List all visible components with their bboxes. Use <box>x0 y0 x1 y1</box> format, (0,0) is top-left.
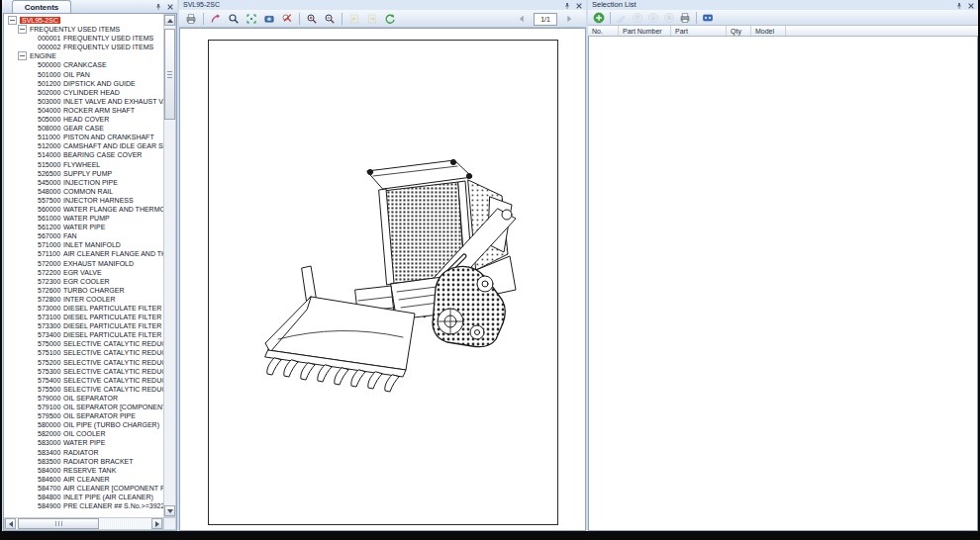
zoom-in-icon[interactable] <box>304 10 321 27</box>
tree-node[interactable]: 579500OIL SEPARATOR PIPE <box>4 411 163 420</box>
tree-node[interactable]: 575500SELECTIVE CATALYTIC REDUCTI <box>4 385 163 394</box>
tree-node[interactable]: 503000INLET VALVE AND EXHAUST VALV <box>4 97 163 106</box>
tree-node[interactable]: 573400DIESEL PARTICULATE FILTER DI <box>4 330 163 339</box>
print-icon[interactable] <box>678 10 693 25</box>
tree-node[interactable]: 572600TURBO CHARGER <box>4 286 163 295</box>
tree-node-label: HEAD COVER <box>63 116 109 123</box>
tree-node[interactable]: 573100DIESEL PARTICULATE FILTER MU <box>4 313 163 321</box>
tree-node[interactable]: 584800INLET PIPE (AIR CLEANER) <box>4 493 163 501</box>
hscroll-thumb[interactable] <box>18 518 99 529</box>
close-icon[interactable] <box>165 2 174 11</box>
add-icon[interactable] <box>592 10 607 25</box>
tree-node[interactable]: SVL95-2SC <box>4 16 163 25</box>
tree-node[interactable]: 584700AIR CLEANER [COMPONENT PAR <box>4 484 163 493</box>
scroll-down-icon[interactable] <box>164 505 175 516</box>
close-icon[interactable] <box>966 1 975 10</box>
tree-node[interactable]: 584000RESERVE TANK <box>4 466 163 475</box>
tree-node[interactable]: 514000BEARING CASE COVER <box>4 150 163 159</box>
tree-node[interactable]: 000002FREQUENTLY USED ITEMS <box>4 43 163 51</box>
tree-node[interactable]: 557500INJECTOR HARNESS <box>4 196 163 205</box>
column-header-part-number[interactable]: Part Number <box>619 26 671 36</box>
scroll-left-icon[interactable] <box>5 518 16 529</box>
tree-node[interactable]: 580000OIL PIPE (TURBO CHARGER) <box>4 420 163 429</box>
tree-node[interactable]: 572000EXHAUST MANIFOLD <box>4 259 163 268</box>
collapse-icon[interactable] <box>18 25 27 34</box>
tree-node[interactable]: 575000SELECTIVE CATALYTIC REDUCTI <box>4 339 163 348</box>
tree-node[interactable]: 561200WATER PIPE <box>4 223 163 231</box>
tree-node[interactable]: 579000OIL SEPARATOR <box>4 394 163 403</box>
collapse-icon[interactable] <box>18 51 27 60</box>
tree-node[interactable]: 583400RADIATOR <box>4 448 163 457</box>
tree-node[interactable]: 583500RADIATOR BRACKET <box>4 457 163 466</box>
cancel-zoom-icon[interactable] <box>279 10 296 27</box>
pan-icon[interactable] <box>208 10 225 27</box>
drawing-viewport[interactable] <box>179 28 586 531</box>
tree-node[interactable]: 572300EGR COOLER <box>4 277 163 286</box>
tree-node[interactable]: 500000CRANKCASE <box>4 60 163 69</box>
tree-node[interactable]: 501000OIL PAN <box>4 70 163 79</box>
tree-node[interactable]: 584900PRE CLEANER ## S.No.>=3922 <box>4 501 163 510</box>
tree-node[interactable]: 573300DIESEL PARTICULATE FILTER MU <box>4 321 163 330</box>
contents-hscrollbar[interactable] <box>4 517 163 530</box>
scroll-right-icon[interactable] <box>151 518 162 529</box>
tree-node[interactable]: 579100OIL SEPARATOR [COMPONENT P <box>4 403 163 411</box>
tree-node[interactable]: 572800INTER COOLER <box>4 295 163 304</box>
export-icon[interactable] <box>701 10 716 25</box>
tree-node-label: RADIATOR <box>63 449 99 456</box>
tree-node[interactable]: 000001FREQUENTLY USED ITEMS <box>4 34 163 43</box>
tree-node[interactable]: 575300SELECTIVE CATALYTIC REDUCTI <box>4 367 163 376</box>
tree-node[interactable]: 526500SUPPLY PUMP <box>4 169 163 178</box>
tree-node-label: INLET MANIFOLD <box>63 241 121 248</box>
zoom-dynamic-icon[interactable] <box>261 10 278 27</box>
refresh-icon[interactable] <box>382 10 399 27</box>
tree-node[interactable]: 501200DIPSTICK AND GUIDE <box>4 79 163 88</box>
tree-node[interactable]: 575200SELECTIVE CATALYTIC REDUCTI <box>4 358 163 367</box>
collapse-icon[interactable] <box>8 16 17 25</box>
tree-node[interactable]: 502000CYLINDER HEAD <box>4 88 163 97</box>
selection-list[interactable] <box>588 37 978 531</box>
vscroll-thumb[interactable] <box>164 29 175 120</box>
pin-icon[interactable] <box>954 1 963 10</box>
tree-node[interactable]: 545000INJECTION PIPE <box>4 178 163 187</box>
tree-node[interactable]: ENGINE <box>4 51 163 60</box>
previous-page-icon[interactable] <box>514 11 531 28</box>
tree-node[interactable]: 572200EGR VALVE <box>4 268 163 277</box>
pin-icon[interactable] <box>562 1 571 10</box>
fit-page-icon[interactable] <box>244 10 260 27</box>
page-indicator[interactable]: 1/1 <box>534 13 557 26</box>
tree-node[interactable]: 548000COMMON RAIL <box>4 187 163 196</box>
tree-node[interactable]: 571000INLET MANIFOLD <box>4 240 163 249</box>
zoom-window-icon[interactable] <box>226 10 243 27</box>
column-header-no[interactable]: No. <box>588 26 619 36</box>
contents-vscrollbar[interactable] <box>163 14 176 517</box>
tree-node[interactable]: 560000WATER FLANGE AND THERMOSTA <box>4 205 163 214</box>
pin-icon[interactable] <box>153 2 162 11</box>
tree-node[interactable]: FREQUENTLY USED ITEMS <box>4 25 163 34</box>
tree-node[interactable]: 575400SELECTIVE CATALYTIC REDUCTI <box>4 376 163 385</box>
tree-node[interactable]: 504000ROCKER ARM SHAFT <box>4 106 163 115</box>
next-page-icon[interactable] <box>561 11 578 28</box>
column-header-part[interactable]: Part <box>671 26 727 36</box>
tree-node[interactable]: 505000HEAD COVER <box>4 115 163 124</box>
tree-node-label: TURBO CHARGER <box>63 287 124 294</box>
close-icon[interactable] <box>574 1 583 10</box>
tree-node[interactable]: 573000DIESEL PARTICULATE FILTER MU <box>4 304 163 313</box>
tree-node[interactable]: 508000GEAR CASE <box>4 124 163 133</box>
column-header-model[interactable]: Model <box>751 26 786 36</box>
tree-node[interactable]: 582000OIL COOLER <box>4 429 163 438</box>
tree-node[interactable]: 571100AIR CLEANER FLANGE AND THRO <box>4 249 163 258</box>
print-icon[interactable] <box>183 10 200 27</box>
tree-node[interactable]: 583000WATER PIPE <box>4 438 163 447</box>
column-header-qty[interactable]: Qty <box>727 26 751 36</box>
tree-node[interactable]: 567000FAN <box>4 231 163 240</box>
scroll-up-icon[interactable] <box>164 15 175 26</box>
tree-node[interactable]: 584600AIR CLEANER <box>4 475 163 484</box>
tree-node-label: WATER PIPE <box>63 439 105 446</box>
tree-node[interactable]: 575100SELECTIVE CATALYTIC REDUCTI <box>4 348 163 357</box>
tab-contents[interactable]: Contents <box>12 0 71 14</box>
tree-node[interactable]: 515000FLYWHEEL <box>4 160 163 169</box>
tree-node[interactable]: 512000CAMSHAFT AND IDLE GEAR SHAF <box>4 141 163 150</box>
zoom-out-icon[interactable] <box>322 10 339 27</box>
tree-node[interactable]: 561000WATER PUMP <box>4 214 163 223</box>
tree-node[interactable]: 511000PISTON AND CRANKSHAFT <box>4 133 163 141</box>
